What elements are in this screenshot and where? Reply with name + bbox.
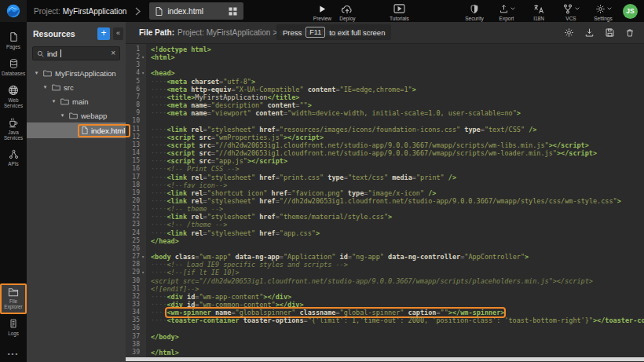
line-number-gutter[interactable]: 33 [126,301,146,309]
code-line[interactable]: 27▾<body class="wm-app" data-ng-app="App… [126,253,644,261]
caret-down-icon[interactable]: ▾ [59,112,66,119]
rail-item-web-services[interactable]: WebServices [0,81,27,113]
code-line[interactable]: 8····<meta name="description" content=""… [126,101,644,109]
line-number-gutter[interactable]: 13 [126,141,146,149]
topbar-preview-button[interactable]: Preview [309,1,335,21]
line-number-gutter[interactable]: 27▾ [126,253,146,261]
code-line[interactable]: 31<![endif]--> [126,285,644,293]
line-number-gutter[interactable]: 9 [126,109,146,117]
fold-caret-icon[interactable]: ▾ [140,253,146,261]
code-line[interactable]: 15····<script src="app.js"></script> [126,157,644,165]
code-line[interactable]: 37</body> [126,333,644,341]
code-line[interactable]: 23····<!-- /theme --> [126,221,644,229]
line-number-gutter[interactable]: 34 [126,309,146,316]
fold-caret-icon[interactable]: ▾ [140,269,146,276]
topbar-export-button[interactable]: Export [494,1,519,21]
line-number-gutter[interactable]: 2▾ [126,53,146,61]
tab-index-html[interactable]: index.html [149,2,243,20]
topbar-tutorials-button[interactable]: Tutorials [386,1,412,21]
caret-down-icon[interactable]: ▾ [42,84,49,90]
code-line[interactable]: 1<!doctype html> [126,46,644,53]
topbar-security-button[interactable]: Security [462,1,487,21]
line-number-gutter[interactable]: 7 [126,93,146,101]
code-line[interactable]: 16····<!-- Print CSS --> [126,165,644,173]
code-line[interactable]: 32····<div id="wm-app-content"></div> [126,293,644,301]
line-number-gutter[interactable]: 32 [126,293,146,301]
line-number-gutter[interactable]: 4▾ [126,69,146,77]
line-number-gutter[interactable]: 20 [126,197,146,205]
line-number-gutter[interactable]: 35 [126,316,146,324]
delete-file-button[interactable] [625,27,635,38]
line-number-gutter[interactable]: 14 [126,149,146,157]
topbar-vcs-button[interactable]: VCS [558,1,584,21]
code-line[interactable]: 3 [126,61,644,69]
code-line[interactable]: 30<script src="//dh2dw20653ig1.cloudfron… [126,277,644,285]
line-number-gutter[interactable]: 18 [126,181,146,189]
code-line[interactable]: 39</html> [126,349,644,357]
code-line[interactable]: 11····<link rel="stylesheet" href="resou… [126,126,644,133]
tree-node-webapp[interactable]: ▾webapp [27,108,126,122]
code-line[interactable]: 35····<toaster-container toaster-options… [126,316,644,324]
code-line[interactable]: 13····<script src="//dh2dw20653ig1.cloud… [126,141,644,149]
code-line[interactable]: 7····<title>MyFirstApplication</title> [126,93,644,101]
line-number-gutter[interactable]: 16 [126,165,146,173]
line-number-gutter[interactable]: 28 [126,261,146,269]
code-line[interactable]: 38 [126,341,644,349]
tree-node-src[interactable]: ▾src [27,80,126,94]
code-line[interactable]: 22····<link rel="stylesheet" href="theme… [126,213,644,221]
line-number-gutter[interactable]: 3 [126,61,146,69]
code-line[interactable]: 19····<link rel="shortcut icon" href="fa… [126,189,644,197]
line-number-gutter[interactable]: 5 [126,78,146,86]
caret-down-icon[interactable]: ▾ [50,98,57,104]
line-number-gutter[interactable]: 22 [126,213,146,221]
code-line[interactable]: 21····<!-- theme --> [126,205,644,213]
code-line[interactable]: 18····<!--fav icon--> [126,181,644,189]
code-line[interactable]: 20····<link rel="stylesheet" href="//dh2… [126,197,644,205]
line-number-gutter[interactable]: 15 [126,157,146,165]
code-line[interactable]: 6····<meta http-equiv="X-UA-Compatible" … [126,86,644,93]
line-number-gutter[interactable]: 25 [126,237,146,245]
line-number-gutter[interactable]: 6 [126,86,146,93]
topbar-deploy-button[interactable]: Deploy [335,1,360,21]
resource-search-input[interactable]: ind × [32,46,120,60]
more-options-button[interactable]: ••• [8,350,19,357]
code-line[interactable]: 36 [126,324,644,332]
fold-caret-icon[interactable]: ▾ [140,69,146,77]
fold-caret-icon[interactable]: ▾ [140,53,146,61]
rail-item-databases[interactable]: Databases [0,54,27,81]
rail-item-logs[interactable]: Logs [0,314,27,341]
code-line[interactable]: 26 [126,245,644,253]
line-number-gutter[interactable]: 36 [126,324,146,332]
line-number-gutter[interactable]: 17 [126,174,146,181]
line-number-gutter[interactable]: 29▾ [126,269,146,276]
code-line[interactable]: 12····<script src="wmProperties.js"></sc… [126,133,644,141]
line-number-gutter[interactable]: 1 [126,46,146,53]
rail-item-file-explorer[interactable]: FileExplorer [0,283,27,314]
tree-node-main[interactable]: ▾main [27,94,126,108]
code-line[interactable]: 14····<script src="//dh2dw20653ig1.cloud… [126,149,644,157]
clear-search-icon[interactable]: × [111,49,115,57]
code-line[interactable]: 9····<meta name="viewport" content="widt… [126,109,644,117]
topbar-settings-button[interactable]: Settings [591,1,616,21]
caret-down-icon[interactable]: ▾ [33,70,40,76]
line-number-gutter[interactable]: 8 [126,101,146,109]
rail-item-apis[interactable]: APIs [0,145,27,171]
rail-item-pages[interactable]: Pages [0,27,27,54]
code-line[interactable]: 34····<wm-spinner name="globalspinner" c… [126,309,644,316]
line-number-gutter[interactable]: 38 [126,341,146,349]
code-line[interactable]: 28····<!-- Load IE9 specific styles and … [126,261,644,269]
line-number-gutter[interactable]: 23 [126,221,146,229]
line-number-gutter[interactable]: 19 [126,189,146,197]
code-line[interactable]: 2▾<html> [126,53,644,61]
add-resource-button[interactable]: + [97,27,110,40]
line-number-gutter[interactable]: 39 [126,349,146,357]
code-line[interactable]: 17····<link rel="stylesheet" href="print… [126,174,644,181]
code-line[interactable]: 33····<div id="wm-common-content"></div> [126,301,644,309]
save-file-button[interactable] [605,27,615,38]
line-number-gutter[interactable]: 31 [126,285,146,293]
code-line[interactable]: 25</head> [126,237,644,245]
code-line[interactable]: 5····<meta charset="utf-8"> [126,78,644,86]
code-line[interactable]: 10 [126,117,644,125]
editor-settings-button[interactable] [564,27,574,38]
line-number-gutter[interactable]: 30 [126,277,146,285]
